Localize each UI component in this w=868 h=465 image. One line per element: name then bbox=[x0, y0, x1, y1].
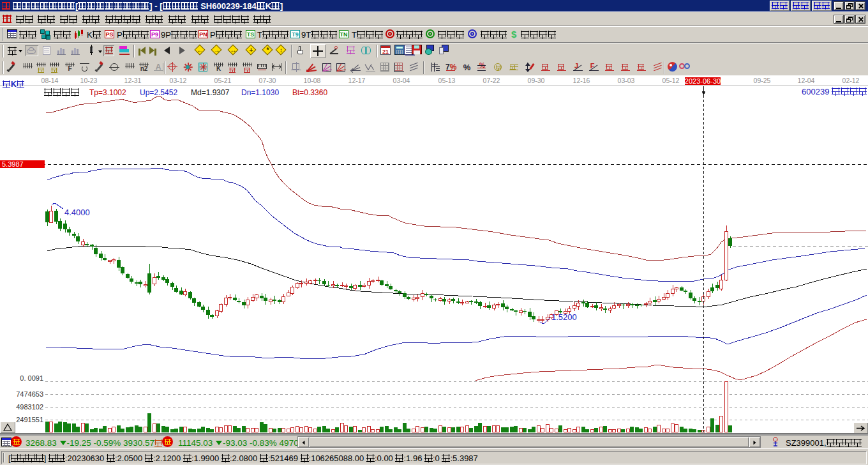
svg-text:10-08: 10-08 bbox=[304, 77, 321, 84]
svg-text:03-03: 03-03 bbox=[618, 77, 635, 84]
svg-text:05-21: 05-21 bbox=[214, 77, 232, 84]
svg-text:10-23: 10-23 bbox=[80, 77, 98, 84]
svg-text:08-14: 08-14 bbox=[41, 77, 59, 84]
svg-text:12-04: 12-04 bbox=[798, 77, 815, 84]
svg-text:0. 0091: 0. 0091 bbox=[20, 374, 43, 382]
svg-text:4983102: 4983102 bbox=[16, 403, 43, 411]
svg-text:09-30: 09-30 bbox=[528, 77, 545, 84]
svg-text:05-13: 05-13 bbox=[438, 77, 456, 84]
svg-text:4.4000: 4.4000 bbox=[64, 208, 90, 217]
svg-text:09-25: 09-25 bbox=[754, 77, 771, 84]
svg-text:07-22: 07-22 bbox=[483, 77, 500, 84]
svg-text:12-16: 12-16 bbox=[573, 77, 590, 84]
svg-text:05-12: 05-12 bbox=[662, 77, 680, 84]
svg-text:12-17: 12-17 bbox=[348, 77, 366, 84]
svg-text:2491551: 2491551 bbox=[16, 416, 43, 423]
svg-text:12-31: 12-31 bbox=[124, 77, 142, 84]
svg-text:2023-06-30: 2023-06-30 bbox=[685, 77, 721, 85]
svg-text:1.5200: 1.5200 bbox=[551, 312, 577, 322]
svg-text:02-12: 02-12 bbox=[842, 77, 860, 84]
svg-text:03-12: 03-12 bbox=[170, 77, 187, 84]
svg-text:5.3987: 5.3987 bbox=[2, 160, 24, 168]
svg-text:7474653: 7474653 bbox=[16, 390, 43, 398]
svg-text:03-04: 03-04 bbox=[393, 77, 410, 84]
svg-text:07-30: 07-30 bbox=[259, 77, 276, 84]
